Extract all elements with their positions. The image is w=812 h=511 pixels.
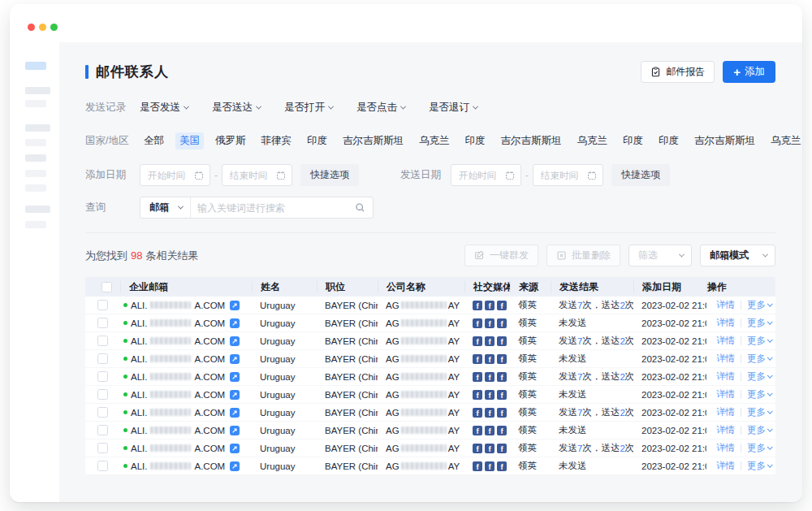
facebook-icon[interactable]: f (473, 461, 482, 471)
facebook-icon[interactable]: f (473, 390, 482, 400)
copy-icon[interactable] (230, 354, 240, 364)
country-tag[interactable]: 印度 (461, 132, 490, 149)
mailbox-mode-select[interactable]: 邮箱模式 (700, 245, 775, 266)
copy-icon[interactable] (230, 426, 240, 435)
bulk-send-button[interactable]: 一键群发 (464, 245, 538, 266)
row-checkbox[interactable] (97, 318, 108, 328)
start-time-field[interactable] (148, 171, 191, 180)
facebook-icon[interactable]: f (485, 372, 495, 382)
country-tag[interactable]: 吉尔吉斯斯坦 (339, 132, 408, 149)
close-window-button[interactable] (28, 24, 35, 31)
more-link[interactable]: 更多 (747, 388, 772, 401)
row-checkbox[interactable] (97, 300, 108, 310)
sidebar-item[interactable] (25, 206, 50, 213)
send-date-start-input[interactable] (451, 164, 521, 186)
more-link[interactable]: 更多 (747, 370, 772, 383)
quick-options-button[interactable]: 快捷选项 (611, 164, 670, 186)
more-link[interactable]: 更多 (747, 299, 772, 311)
facebook-icon[interactable]: f (485, 444, 495, 453)
country-tag[interactable]: 美国 (175, 132, 204, 149)
filter-select[interactable]: 筛选 (628, 245, 692, 266)
facebook-icon[interactable]: f (473, 354, 482, 364)
country-tag[interactable]: 全部 (140, 132, 168, 149)
facebook-icon[interactable]: f (485, 390, 495, 400)
facebook-icon[interactable]: f (497, 354, 507, 364)
more-link[interactable]: 更多 (747, 353, 772, 365)
bulk-delete-button[interactable]: 批量删除 (546, 245, 620, 266)
country-tag[interactable]: 印度 (303, 132, 331, 149)
select-all-checkbox[interactable] (102, 282, 112, 292)
filter-dropdown[interactable]: 是否送达 (212, 101, 261, 115)
facebook-icon[interactable]: f (473, 318, 482, 328)
facebook-icon[interactable]: f (497, 336, 507, 346)
filter-dropdown[interactable]: 是否退订 (429, 101, 477, 115)
quick-options-button[interactable]: 快捷选项 (300, 164, 359, 186)
detail-link[interactable]: 详情 (716, 424, 735, 436)
facebook-icon[interactable]: f (497, 390, 507, 400)
country-tag[interactable]: 乌克兰 (573, 132, 612, 149)
add-date-end-input[interactable] (222, 164, 292, 186)
country-tag[interactable]: 俄罗斯 (211, 132, 250, 149)
facebook-icon[interactable]: f (485, 318, 495, 328)
facebook-icon[interactable]: f (485, 354, 495, 364)
sidebar-item[interactable] (25, 139, 46, 146)
more-link[interactable]: 更多 (747, 406, 772, 418)
row-checkbox[interactable] (97, 407, 108, 418)
facebook-icon[interactable]: f (497, 372, 507, 382)
end-time-field[interactable] (541, 171, 584, 180)
detail-link[interactable]: 详情 (716, 353, 735, 365)
facebook-icon[interactable]: f (497, 461, 507, 471)
detail-link[interactable]: 详情 (716, 335, 735, 347)
country-tag[interactable]: 吉尔吉斯斯坦 (690, 132, 759, 149)
maximize-window-button[interactable] (50, 24, 58, 31)
email-report-button[interactable]: 邮件报告 (641, 61, 715, 83)
sidebar-item[interactable] (25, 100, 46, 107)
detail-link[interactable]: 详情 (716, 370, 735, 383)
more-link[interactable]: 更多 (747, 442, 772, 454)
row-checkbox[interactable] (97, 461, 108, 471)
send-date-end-input[interactable] (533, 164, 603, 186)
query-field-select[interactable]: 邮箱 (140, 197, 191, 218)
sidebar-item[interactable] (25, 170, 46, 177)
facebook-icon[interactable]: f (485, 336, 495, 346)
more-link[interactable]: 更多 (747, 317, 772, 329)
detail-link[interactable]: 详情 (716, 388, 735, 401)
sidebar-item[interactable] (25, 221, 46, 228)
facebook-icon[interactable]: f (473, 336, 482, 346)
facebook-icon[interactable]: f (497, 444, 507, 453)
facebook-icon[interactable]: f (485, 426, 495, 435)
filter-dropdown[interactable]: 是否打开 (284, 101, 333, 115)
facebook-icon[interactable]: f (473, 426, 482, 435)
facebook-icon[interactable]: f (485, 408, 495, 418)
country-tag[interactable]: 乌克兰 (767, 132, 802, 149)
copy-icon[interactable] (230, 444, 240, 453)
sidebar-item[interactable] (25, 124, 50, 132)
more-link[interactable]: 更多 (747, 460, 772, 472)
add-button[interactable]: + 添加 (723, 61, 775, 83)
copy-icon[interactable] (230, 372, 240, 382)
row-checkbox[interactable] (97, 353, 108, 364)
add-date-start-input[interactable] (140, 164, 210, 186)
country-tag[interactable]: 乌克兰 (415, 132, 454, 149)
country-tag[interactable]: 印度 (654, 132, 683, 149)
facebook-icon[interactable]: f (497, 408, 507, 418)
copy-icon[interactable] (230, 461, 240, 471)
sidebar-item[interactable] (25, 184, 46, 192)
row-checkbox[interactable] (97, 425, 108, 435)
start-time-field[interactable] (459, 171, 502, 180)
minimize-window-button[interactable] (39, 24, 46, 31)
row-checkbox[interactable] (97, 443, 108, 453)
facebook-icon[interactable]: f (473, 444, 482, 453)
facebook-icon[interactable]: f (485, 301, 495, 310)
detail-link[interactable]: 详情 (716, 406, 735, 418)
row-checkbox[interactable] (97, 371, 108, 382)
detail-link[interactable]: 详情 (716, 460, 735, 472)
facebook-icon[interactable]: f (473, 372, 482, 382)
copy-icon[interactable] (230, 336, 240, 346)
more-link[interactable]: 更多 (747, 424, 772, 436)
sidebar-item-active[interactable] (25, 62, 46, 70)
country-tag[interactable]: 印度 (619, 132, 647, 149)
row-checkbox[interactable] (97, 336, 108, 346)
country-tag[interactable]: 吉尔吉斯斯坦 (497, 132, 566, 149)
country-tag[interactable]: 菲律宾 (257, 132, 296, 149)
